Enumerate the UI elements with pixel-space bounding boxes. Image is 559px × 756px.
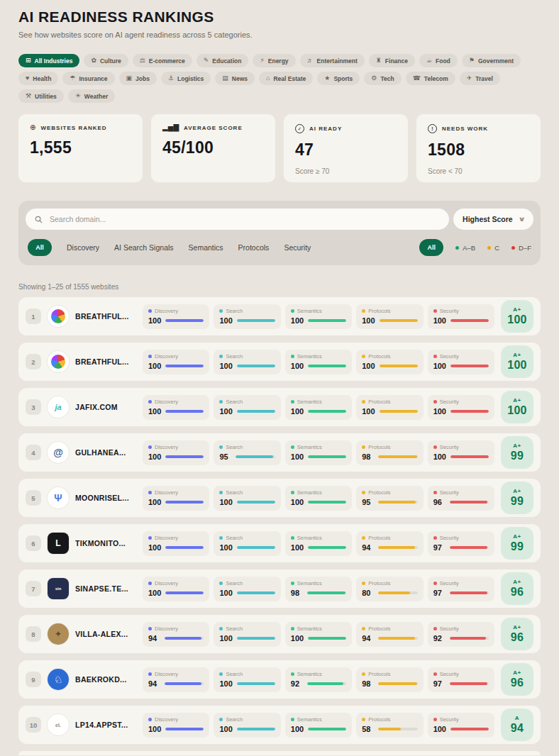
tab-semantics[interactable]: Semantics — [189, 243, 223, 252]
industry-chip-real-estate[interactable]: ⌂Real Estate — [259, 72, 313, 85]
industry-chip-telecom[interactable]: ☎Telecom — [406, 72, 455, 85]
tab-all[interactable]: All — [28, 239, 52, 256]
discovery-dot — [148, 582, 152, 585]
industry-chip-label: Finance — [385, 57, 408, 65]
metric-score: 100 — [219, 679, 232, 688]
industry-chip-travel[interactable]: ✈Travel — [460, 72, 500, 85]
metric-header: Discovery — [148, 353, 204, 360]
sort-dropdown[interactable]: Highest Score ∨ — [453, 209, 533, 230]
metric-value-row: 100 — [148, 498, 204, 506]
metric-bar-track — [378, 682, 417, 685]
industry-chip-education[interactable]: ✎Education — [197, 54, 249, 67]
search-input[interactable] — [48, 214, 440, 224]
industry-chip-health[interactable]: ♥Health — [18, 72, 58, 85]
industry-chip-food[interactable]: ☕Food — [419, 54, 458, 67]
table-row[interactable]: 4@GULHANEA...Discovery100Search95Semanti… — [18, 433, 541, 472]
grade-filter-c[interactable]: C — [487, 244, 499, 252]
overall-score: 96 — [511, 677, 524, 689]
security-dot — [433, 309, 437, 313]
rank-number: 6 — [26, 535, 41, 551]
table-row[interactable]: 1BREATHFUL...Discovery100Search100Semant… — [18, 297, 541, 335]
metric-header: Security — [433, 716, 489, 723]
grade-badge: A+100 — [501, 345, 533, 378]
table-row[interactable]: 8✦VILLA-ALEX...Discovery94Search100Seman… — [18, 615, 541, 653]
metric-value-row: 100 — [433, 452, 489, 461]
domain-name: JAFIX.COM — [75, 403, 136, 411]
tab-protocols[interactable]: Protocols — [238, 243, 270, 252]
tab-discovery[interactable]: Discovery — [67, 243, 99, 252]
stat-note — [30, 165, 131, 174]
domain-name: GULHANEA... — [75, 448, 136, 457]
industry-chip-utilities[interactable]: ⚒Utilities — [18, 89, 64, 103]
metric-cell-protocols: Protocols100 — [356, 304, 423, 329]
metric-bar-track — [307, 682, 346, 685]
industry-chip-e-commerce[interactable]: ⚖E-commerce — [133, 54, 192, 67]
grade-filter-a-b[interactable]: A–B — [455, 244, 475, 252]
results-summary: Showing 1–25 of 1555 websites — [18, 283, 541, 291]
metric-cell-discovery: Discovery100 — [143, 531, 209, 556]
palette-icon: ✿ — [91, 57, 96, 64]
table-row[interactable]: 10el.LP14.APPST...Discovery100Search100S… — [18, 706, 541, 744]
metric-bar-fill — [308, 455, 346, 458]
industry-chip-government[interactable]: ⚑Government — [462, 54, 521, 67]
industry-chip-insurance[interactable]: ☂Insurance — [62, 72, 114, 85]
table-row[interactable]: 6LTIKMONITO...Discovery100Search100Seman… — [18, 524, 541, 562]
table-row[interactable]: 2BREATHFUL...Discovery100Search100Semant… — [18, 343, 541, 381]
industry-chip-label: Entertainment — [317, 57, 358, 65]
table-row[interactable]: 7sinSINAPSE.TE...Discovery100Search100Se… — [18, 569, 541, 608]
metric-value-row: 98 — [362, 679, 417, 688]
metric-cell-protocols: Protocols98 — [356, 667, 423, 692]
metric-value-row: 100 — [148, 543, 204, 552]
tab-ai-search-signals[interactable]: AI Search Signals — [114, 243, 173, 252]
metric-bar-fill — [165, 455, 204, 458]
grade-filter-all[interactable]: All — [419, 239, 443, 256]
metric-score: 100 — [291, 407, 304, 416]
metric-cell-semantics: Semantics100 — [285, 622, 352, 647]
metric-bar-fill — [237, 591, 275, 594]
grade-filter-d-f[interactable]: D–F — [511, 244, 531, 252]
table-row[interactable]: 3jaJAFIX.COMDiscovery100Search100Semanti… — [18, 388, 541, 426]
metric-value-row: 92 — [291, 679, 346, 688]
industry-chip-weather[interactable]: ☀Weather — [68, 89, 115, 103]
metric-bar-fill — [450, 410, 489, 413]
industry-chip-label: E-commerce — [149, 57, 185, 65]
industry-chip-all-industries[interactable]: ⊞All Industries — [18, 54, 79, 67]
grade-letter: A+ — [513, 397, 521, 404]
metric-value-row: 100 — [291, 634, 346, 643]
newspaper-icon: ▤ — [222, 75, 228, 82]
industry-chip-logistics[interactable]: ⚓Logistics — [161, 72, 211, 85]
metric-bar-fill — [237, 682, 275, 685]
industry-chip-finance[interactable]: ♜Finance — [369, 54, 415, 67]
industry-chip-sports[interactable]: ★Sports — [317, 72, 360, 85]
industry-chip-entertainment[interactable]: ♬Entertainment — [300, 54, 365, 67]
metric-header: Discovery — [148, 489, 204, 496]
table-row[interactable]: 5ΨMOONRISEL...Discovery100Search100Seman… — [18, 479, 541, 517]
search-box[interactable] — [26, 209, 449, 230]
metric-bar-track — [237, 365, 275, 367]
metric-bar-fill — [307, 591, 345, 594]
grade-dot — [455, 246, 459, 250]
discovery-dot — [148, 627, 152, 630]
industry-chip-jobs[interactable]: ▣Jobs — [119, 72, 157, 85]
heart-icon: ♥ — [26, 75, 29, 82]
metric-label: Semantics — [297, 489, 322, 496]
metric-score: 100 — [219, 316, 232, 325]
metric-score: 100 — [148, 543, 161, 552]
industry-chip-tech[interactable]: ⚙Tech — [364, 72, 401, 85]
grade-badge: A+100 — [501, 391, 533, 423]
grade-letter: A+ — [513, 669, 521, 676]
metric-label: Semantics — [297, 716, 322, 723]
metric-score: 97 — [433, 679, 445, 688]
industry-chip-news[interactable]: ▤News — [215, 72, 255, 85]
table-row[interactable]: 9♘BAEKROKD...Discovery94Search100Semanti… — [18, 660, 541, 699]
metric-cells: Discovery100Search100Semantics98Protocol… — [143, 577, 494, 601]
industry-chip-culture[interactable]: ✿Culture — [84, 54, 128, 67]
metric-label: Discovery — [155, 535, 178, 541]
metric-value-row: 100 — [362, 362, 417, 370]
grade-filter-label: C — [494, 244, 499, 252]
metric-cell-protocols: Protocols100 — [356, 395, 423, 420]
grade-badge: A+96 — [501, 572, 533, 605]
tab-security[interactable]: Security — [284, 243, 311, 252]
industry-chip-energy[interactable]: ⚡Energy — [253, 54, 295, 67]
metric-header: Discovery — [148, 399, 204, 405]
